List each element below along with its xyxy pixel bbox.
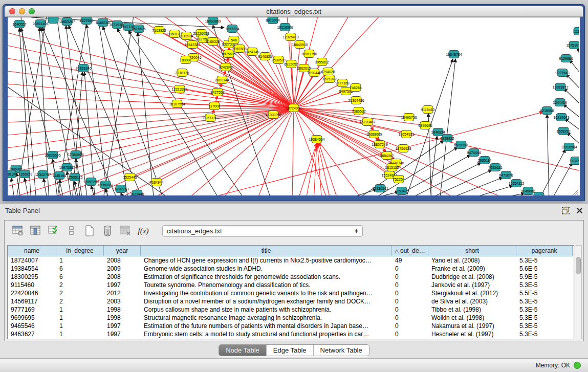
network-node[interactable]: 1621072 [322, 75, 336, 83]
table-cell[interactable]: 49 [392, 256, 428, 265]
table-cell[interactable]: 1998 [104, 314, 141, 322]
tab-network-table[interactable]: Network Table [314, 345, 369, 356]
network-node[interactable]: 8215958 [540, 107, 554, 115]
network-node[interactable]: 7525443 [123, 173, 137, 181]
network-node[interactable]: 9474444 [467, 149, 481, 157]
table-cell[interactable]: 18724007 [8, 256, 56, 265]
table-cell[interactable]: 5.5E-5 [516, 289, 573, 297]
column-header[interactable]: title [141, 246, 392, 256]
network-node[interactable]: 8813054 [266, 17, 279, 24]
table-cell[interactable]: Tourette syndrome. Phenomenology and cla… [141, 281, 392, 289]
table-cell[interactable]: 5.3E-5 [516, 305, 573, 314]
network-node[interactable]: 752254 [393, 176, 404, 183]
network-node[interactable]: 2718176 [175, 69, 189, 77]
network-node[interactable]: 1569293 [556, 127, 570, 135]
table-cell[interactable]: Embryonic stem cells: a model to study s… [141, 330, 392, 338]
table-cell[interactable]: 5.9E-5 [516, 273, 573, 281]
table-cell[interactable]: 9777169 [8, 305, 56, 314]
network-node[interactable]: 20206505 [45, 151, 60, 159]
show-columns-icon[interactable] [30, 225, 42, 237]
network-node[interactable]: 7634944 [149, 179, 163, 186]
network-node[interactable]: 12342757 [35, 171, 51, 179]
table-cell[interactable]: Corpus callosum shape and size in male p… [141, 305, 392, 314]
table-row[interactable]: 946554611997Estimation of the future num… [8, 322, 574, 330]
network-node[interactable]: 15751074 [566, 41, 579, 49]
tab-edge-table[interactable]: Edge Table [267, 345, 314, 356]
network-node[interactable]: 8471676 [499, 171, 513, 179]
network-node[interactable]: 1815152 [385, 164, 399, 171]
network-node[interactable]: 16033809 [205, 17, 221, 25]
network-node[interactable]: 9129966 [559, 55, 573, 62]
scrollbar-thumb[interactable] [576, 257, 581, 274]
network-node[interactable]: 19384554 [309, 136, 324, 143]
network-node[interactable]: 10958107 [97, 181, 113, 189]
table-cell[interactable]: 5.3E-5 [516, 297, 573, 305]
table-cell[interactable]: 9115460 [8, 281, 56, 289]
table-cell[interactable]: Jankovic et al. (1997) [428, 281, 516, 289]
table-cell[interactable]: Franke et al. (2009) [428, 265, 516, 273]
table-cell[interactable]: 1 [56, 314, 104, 322]
table-cell[interactable]: 0 [392, 330, 428, 338]
table-cell[interactable]: 0 [392, 297, 428, 305]
network-node[interactable]: 18107554 [169, 100, 185, 108]
table-cell[interactable]: 2012 [104, 289, 141, 297]
network-node[interactable] [534, 192, 544, 196]
table-cell[interactable]: 5.6E-5 [516, 265, 573, 273]
network-node[interactable]: 118753 [570, 157, 579, 165]
table-row[interactable]: 911546021997Tourette syndrome. Phenomeno… [8, 281, 574, 289]
table-settings-icon[interactable] [12, 225, 24, 237]
network-node[interactable]: 2967608 [232, 45, 246, 53]
network-node[interactable]: 18640910 [292, 41, 308, 49]
resize-grip[interactable] [572, 190, 578, 195]
network-node[interactable]: 6466160 [96, 19, 110, 27]
table-cell[interactable]: Disruption of a novel member of a sodium… [141, 297, 392, 305]
table-cell[interactable]: 1998 [104, 305, 141, 314]
table-cell[interactable]: Dudbridge et al. (2008) [428, 273, 516, 281]
table-cell[interactable]: 22420046 [8, 289, 56, 297]
network-node[interactable]: 9777169 [335, 79, 349, 87]
table-cell[interactable]: 5.3E-5 [516, 322, 573, 330]
network-node[interactable]: 18495756 [401, 114, 417, 121]
table-cell[interactable]: Investigating the contribution of common… [141, 289, 392, 297]
table-row[interactable]: 1830029562008Estimation of significance … [8, 273, 574, 281]
network-node[interactable]: 10688609 [366, 130, 382, 138]
network-node[interactable]: 9875685 [222, 50, 235, 58]
network-node[interactable]: 8427552 [210, 89, 224, 96]
network-node[interactable]: 9115460 [421, 106, 435, 114]
table-cell[interactable]: 0 [392, 314, 428, 322]
table-cell[interactable]: 9465546 [8, 322, 56, 330]
table-row[interactable]: 946362711997Embryonic stem cells: a mode… [8, 330, 574, 338]
table-row[interactable]: 969969511998Structural magnetic resonanc… [8, 314, 574, 322]
network-node[interactable]: 16782753 [113, 185, 128, 193]
network-node[interactable]: 16648784 [446, 51, 462, 58]
column-header[interactable]: pagerank [516, 246, 573, 256]
network-node[interactable]: 7632621 [488, 164, 502, 171]
table-cell[interactable]: 6 [56, 273, 104, 281]
network-node[interactable]: 546 [229, 36, 239, 44]
network-node[interactable]: 6794028 [321, 68, 335, 76]
network-node[interactable]: 8454749 [245, 48, 259, 56]
network-node[interactable]: 9245682 [521, 187, 535, 195]
table-cell[interactable]: 18300295 [8, 273, 56, 281]
network-node[interactable]: 2588520 [271, 56, 285, 64]
network-node[interactable]: 21364486 [348, 97, 364, 104]
table-cell[interactable]: 2009 [104, 265, 141, 273]
network-node[interactable]: 12093872 [552, 83, 568, 91]
table-cell[interactable]: 6 [56, 265, 104, 273]
table-cell[interactable]: Estimation of the future numbers of pati… [141, 322, 392, 330]
column-header[interactable]: year [104, 246, 141, 256]
table-cell[interactable]: Wolkin et al. (1998) [428, 314, 516, 322]
network-node[interactable]: 9227543 [555, 69, 569, 77]
network-node[interactable]: 8912934 [179, 32, 193, 40]
network-node[interactable]: 16543382 [184, 41, 200, 49]
table-cell[interactable]: 2003 [104, 297, 141, 305]
table-cell[interactable]: 5.3E-5 [516, 281, 573, 289]
table-row[interactable]: 2242004622012Investigating the contribut… [8, 289, 574, 297]
network-node[interactable]: 10975887 [59, 164, 75, 171]
memory-status-icon[interactable] [574, 362, 581, 369]
window-titlebar[interactable]: citations_edges.txt [5, 6, 583, 17]
delete-table-icon[interactable] [119, 225, 132, 237]
network-node[interactable]: 8267130 [203, 114, 217, 122]
table-cell[interactable]: 14569117 [8, 297, 56, 305]
network-node[interactable]: 7357224 [225, 25, 239, 33]
